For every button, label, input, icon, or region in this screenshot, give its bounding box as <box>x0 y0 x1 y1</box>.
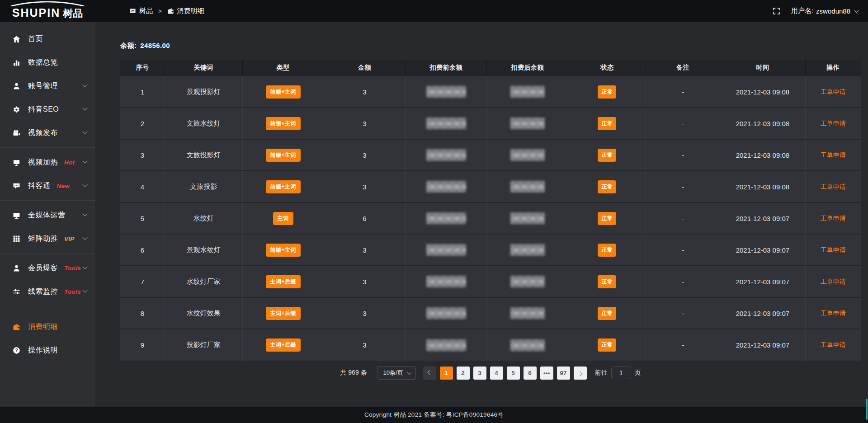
sidebar-item-media-operation[interactable]: 全媒体运营 <box>0 203 95 227</box>
table-row: 4 文旅投影 前缀+主词 3 正常 - 2021-12-03 09:08 工单申… <box>120 171 861 202</box>
table-row: 7 水纹灯厂家 主词+后缀 3 正常 - 2021-12-03 09:07 工单… <box>120 266 861 297</box>
prev-page-button[interactable] <box>423 367 436 380</box>
scrollbar-thumb[interactable] <box>866 399 868 420</box>
work-order-link[interactable]: 工单申请 <box>821 151 846 159</box>
more-pages-button[interactable]: ••• <box>540 367 553 380</box>
cell-note: - <box>646 171 720 202</box>
sidebar-item-label: 会员爆客 <box>28 263 58 273</box>
wallet-icon <box>167 8 174 14</box>
cell-status: 正常 <box>568 139 646 171</box>
sidebar-item-account-management[interactable]: 账号管理 <box>0 74 95 98</box>
cell-amount: 3 <box>324 76 405 108</box>
cell-status: 正常 <box>568 266 646 297</box>
chevron-down-icon <box>82 264 87 269</box>
fullscreen-icon[interactable] <box>773 7 780 15</box>
sidebar-item-video-heat[interactable]: 视频加热 Hot <box>0 150 95 174</box>
cell-time: 2021-12-03 09:08 <box>720 108 805 139</box>
gear-icon <box>13 105 22 113</box>
breadcrumb-item-root[interactable]: 树品 <box>129 7 153 15</box>
cell-balance-before <box>406 297 487 329</box>
cell-amount: 3 <box>324 234 405 266</box>
username-value: zswodun88 <box>816 7 850 15</box>
goto-page-input[interactable] <box>611 367 631 379</box>
cell-balance-after <box>487 139 568 171</box>
cell-type: 前缀+主词 <box>242 234 324 266</box>
sidebar-item-badge: New <box>57 183 70 189</box>
app-logo[interactable]: SHUPIN 树品 <box>0 1 95 20</box>
page-button[interactable]: 6 <box>524 367 537 380</box>
work-order-link[interactable]: 工单申请 <box>821 341 846 348</box>
column-header: 关键词 <box>165 60 242 76</box>
page-button[interactable]: 2 <box>457 367 470 380</box>
page-button-active[interactable]: 1 <box>440 367 453 380</box>
sidebar-item-matrix-boost[interactable]: 矩阵助推 VIP <box>0 227 95 250</box>
sidebar-item-operation-guide[interactable]: ? 操作说明 <box>0 338 95 362</box>
user-icon <box>13 264 22 272</box>
page-button[interactable]: 3 <box>473 367 486 380</box>
next-page-button[interactable] <box>574 367 587 380</box>
cell-keyword: 投影灯厂家 <box>165 329 242 361</box>
pagination: 共 969 条 10条/页 123456•••97 前往 页 <box>120 366 861 380</box>
status-badge: 正常 <box>598 307 616 320</box>
cell-index: 5 <box>120 202 165 234</box>
breadcrumb-item-current[interactable]: 消费明细 <box>167 7 204 15</box>
sidebar-item-home[interactable]: 首页 <box>0 27 95 51</box>
work-order-link[interactable]: 工单申请 <box>821 215 846 222</box>
cell-amount: 6 <box>324 202 405 234</box>
chevron-down-icon <box>82 106 87 111</box>
cell-index: 4 <box>120 171 165 202</box>
balance-label: 余额: <box>120 42 137 49</box>
status-badge: 正常 <box>598 338 616 352</box>
status-badge: 正常 <box>598 85 616 99</box>
cell-action: 工单申请 <box>805 234 861 266</box>
cell-keyword: 景观水纹灯 <box>165 234 242 266</box>
cell-balance-after <box>487 171 568 202</box>
sidebar-item-member-baoke[interactable]: 会员爆客 Tools <box>0 256 95 280</box>
type-badge: 前缀+主词 <box>266 149 301 162</box>
question-icon: ? <box>13 346 22 354</box>
column-header: 时间 <box>720 60 805 76</box>
work-order-link[interactable]: 工单申请 <box>821 278 846 285</box>
cell-type: 主词+后缀 <box>242 297 324 329</box>
cell-note: - <box>646 329 720 361</box>
cell-index: 2 <box>120 108 165 139</box>
masked-balance-after <box>510 118 545 129</box>
work-order-link[interactable]: 工单申请 <box>821 246 846 254</box>
sidebar-item-badge: Tools <box>64 288 81 295</box>
total-count: 共 969 条 <box>340 369 367 377</box>
cell-index: 8 <box>120 297 165 329</box>
status-badge: 正常 <box>598 117 616 130</box>
cell-status: 正常 <box>568 297 646 329</box>
masked-balance-after <box>510 181 545 193</box>
cell-status: 正常 <box>568 329 646 361</box>
cell-keyword: 景观投影灯 <box>165 76 242 108</box>
sidebar-divider <box>0 147 95 148</box>
sidebar-item-douketong[interactable]: 抖客通 New <box>0 174 95 197</box>
cell-type: 主词+后缀 <box>242 329 324 361</box>
work-order-link[interactable]: 工单申请 <box>821 183 846 190</box>
breadcrumb-separator: > <box>158 8 162 14</box>
sidebar-item-clue-monitor[interactable]: 线索监控 Tools <box>0 280 95 303</box>
sidebar-item-video-publish[interactable]: 视频发布 <box>0 121 95 145</box>
cell-balance-after <box>487 329 568 361</box>
cell-balance-before <box>406 202 487 234</box>
page-size-select[interactable]: 10条/页 <box>377 366 416 380</box>
sidebar-item-consumption-detail[interactable]: 消费明细 <box>0 315 95 338</box>
sidebar-item-data-overview[interactable]: 数据总览 <box>0 51 95 74</box>
page-button[interactable]: 97 <box>557 367 570 380</box>
tv-icon <box>13 158 22 166</box>
topbar-right: 用户名: zswodun88 <box>773 7 868 15</box>
work-order-link[interactable]: 工单申请 <box>821 310 846 317</box>
chevron-down-icon <box>82 288 87 293</box>
type-badge: 前缀+主词 <box>266 85 301 99</box>
table-row: 8 水纹灯效果 主词+后缀 3 正常 - 2021-12-03 09:07 工单… <box>120 297 861 329</box>
sidebar-item-label: 线索监控 <box>28 287 58 296</box>
cell-index: 7 <box>120 266 165 297</box>
work-order-link[interactable]: 工单申请 <box>821 88 846 95</box>
user-menu[interactable]: 用户名: zswodun88 <box>791 7 858 15</box>
sidebar-item-douyin-seo[interactable]: 抖音SEO <box>0 98 95 121</box>
page-button[interactable]: 4 <box>490 367 503 380</box>
page-button[interactable]: 5 <box>507 367 520 380</box>
work-order-link[interactable]: 工单申请 <box>821 120 846 127</box>
logo-arc-icon <box>9 1 85 6</box>
